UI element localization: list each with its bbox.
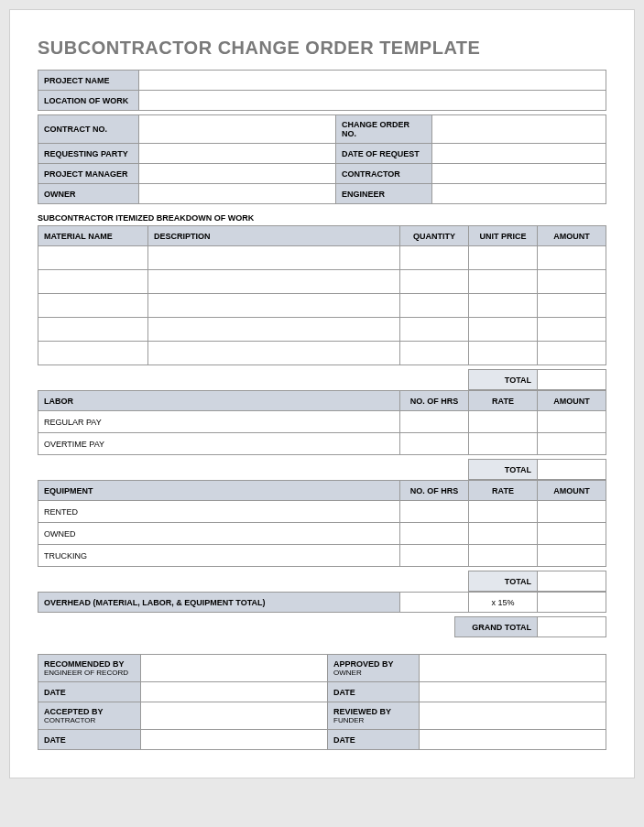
material-desc-cell[interactable]	[148, 342, 400, 365]
material-qty-cell[interactable]	[400, 270, 469, 294]
material-amount-cell[interactable]	[538, 342, 606, 365]
equipment-hrs-cell[interactable]	[400, 501, 469, 523]
material-qty-cell[interactable]	[400, 294, 469, 318]
equipment-amount-cell[interactable]	[538, 501, 606, 523]
materials-total-value[interactable]	[538, 370, 606, 390]
date-value[interactable]	[141, 682, 328, 702]
quantity-header: QUANTITY	[400, 226, 469, 246]
materials-total-label: TOTAL	[469, 370, 538, 390]
date-value[interactable]	[420, 682, 606, 702]
labor-name-cell: REGULAR PAY	[38, 411, 400, 433]
labor-row: OVERTIME PAY	[38, 433, 606, 455]
material-unit-cell[interactable]	[469, 318, 538, 342]
material-desc-cell[interactable]	[148, 318, 400, 342]
material-name-cell[interactable]	[38, 294, 148, 318]
equipment-rate-cell[interactable]	[469, 545, 538, 567]
labor-hrs-cell[interactable]	[400, 411, 469, 433]
material-name-cell[interactable]	[38, 270, 148, 294]
material-unit-cell[interactable]	[469, 246, 538, 270]
recommended-value[interactable]	[141, 655, 328, 682]
overhead-amount[interactable]	[538, 593, 606, 613]
unit-price-header: UNIT PRICE	[469, 226, 538, 246]
equipment-amount-cell[interactable]	[538, 545, 606, 567]
change-order-no-label: CHANGE ORDER NO.	[336, 115, 432, 144]
project-info-table: PROJECT NAME LOCATION OF WORK	[38, 70, 606, 111]
equipment-amount-cell[interactable]	[538, 523, 606, 545]
material-desc-cell[interactable]	[148, 246, 400, 270]
equipment-hrs-cell[interactable]	[400, 545, 469, 567]
labor-hrs-cell[interactable]	[400, 433, 469, 455]
date-value[interactable]	[420, 730, 606, 750]
amount-header: AMOUNT	[538, 226, 606, 246]
reviewed-label: REVIEWED BY FUNDER	[328, 702, 420, 730]
labor-rate-cell[interactable]	[469, 411, 538, 433]
material-row	[38, 342, 606, 365]
material-amount-cell[interactable]	[538, 318, 606, 342]
material-name-cell[interactable]	[38, 342, 148, 365]
location-value[interactable]	[139, 91, 606, 111]
accepted-value[interactable]	[141, 702, 328, 730]
material-qty-cell[interactable]	[400, 318, 469, 342]
overhead-blank[interactable]	[400, 593, 469, 613]
material-name-cell[interactable]	[38, 318, 148, 342]
equipment-hrs-header: NO. OF HRS	[400, 481, 469, 501]
project-name-label: PROJECT NAME	[38, 71, 139, 91]
labor-name-cell: OVERTIME PAY	[38, 433, 400, 455]
labor-amount-cell[interactable]	[538, 433, 606, 455]
labor-total-value[interactable]	[538, 460, 606, 480]
material-qty-cell[interactable]	[400, 246, 469, 270]
equipment-total-table: TOTAL	[38, 571, 606, 592]
material-amount-cell[interactable]	[538, 294, 606, 318]
material-unit-cell[interactable]	[469, 294, 538, 318]
contract-no-value[interactable]	[139, 115, 336, 144]
equipment-table: EQUIPMENT NO. OF HRS RATE AMOUNT RENTED …	[38, 480, 606, 567]
labor-rate-cell[interactable]	[469, 433, 538, 455]
requesting-party-label: REQUESTING PARTY	[38, 144, 139, 164]
date-request-value[interactable]	[432, 144, 606, 164]
materials-table: MATERIAL NAME DESCRIPTION QUANTITY UNIT …	[38, 225, 606, 365]
material-desc-cell[interactable]	[148, 270, 400, 294]
equipment-name-cell: TRUCKING	[38, 545, 400, 567]
labor-header: LABOR	[38, 391, 400, 411]
location-label: LOCATION OF WORK	[38, 91, 139, 111]
date-label: DATE	[38, 730, 141, 750]
material-unit-cell[interactable]	[469, 270, 538, 294]
equipment-total-label: TOTAL	[469, 571, 538, 592]
approved-value[interactable]	[420, 655, 606, 682]
equipment-row: TRUCKING	[38, 545, 606, 567]
material-unit-cell[interactable]	[469, 342, 538, 365]
material-desc-cell[interactable]	[148, 294, 400, 318]
material-name-cell[interactable]	[38, 246, 148, 270]
equipment-name-cell: RENTED	[38, 501, 400, 523]
date-value[interactable]	[141, 730, 328, 750]
equipment-rate-cell[interactable]	[469, 501, 538, 523]
equipment-hrs-cell[interactable]	[400, 523, 469, 545]
equipment-header: EQUIPMENT	[38, 481, 400, 501]
labor-amount-cell[interactable]	[538, 411, 606, 433]
labor-amount-header: AMOUNT	[538, 391, 606, 411]
material-qty-cell[interactable]	[400, 342, 469, 365]
project-name-value[interactable]	[139, 71, 606, 91]
recommended-label: RECOMMENDED BY ENGINEER OF RECORD	[38, 655, 141, 682]
owner-value[interactable]	[139, 184, 336, 204]
engineer-value[interactable]	[432, 184, 606, 204]
material-row	[38, 294, 606, 318]
equipment-row: OWNED	[38, 523, 606, 545]
reviewed-value[interactable]	[420, 702, 606, 730]
overhead-label: OVERHEAD (MATERIAL, LABOR, & EQUIPMENT T…	[38, 593, 400, 613]
contractor-label: CONTRACTOR	[336, 164, 432, 184]
material-row	[38, 318, 606, 342]
material-row	[38, 270, 606, 294]
grand-total-value[interactable]	[538, 617, 606, 637]
requesting-party-value[interactable]	[139, 144, 336, 164]
project-manager-value[interactable]	[139, 164, 336, 184]
approved-label: APPROVED BY OWNER	[328, 655, 420, 682]
material-amount-cell[interactable]	[538, 246, 606, 270]
date-label: DATE	[328, 682, 420, 702]
overhead-table: OVERHEAD (MATERIAL, LABOR, & EQUIPMENT T…	[38, 592, 606, 613]
contractor-value[interactable]	[432, 164, 606, 184]
material-amount-cell[interactable]	[538, 270, 606, 294]
equipment-total-value[interactable]	[538, 571, 606, 592]
change-order-no-value[interactable]	[432, 115, 606, 144]
equipment-rate-cell[interactable]	[469, 523, 538, 545]
